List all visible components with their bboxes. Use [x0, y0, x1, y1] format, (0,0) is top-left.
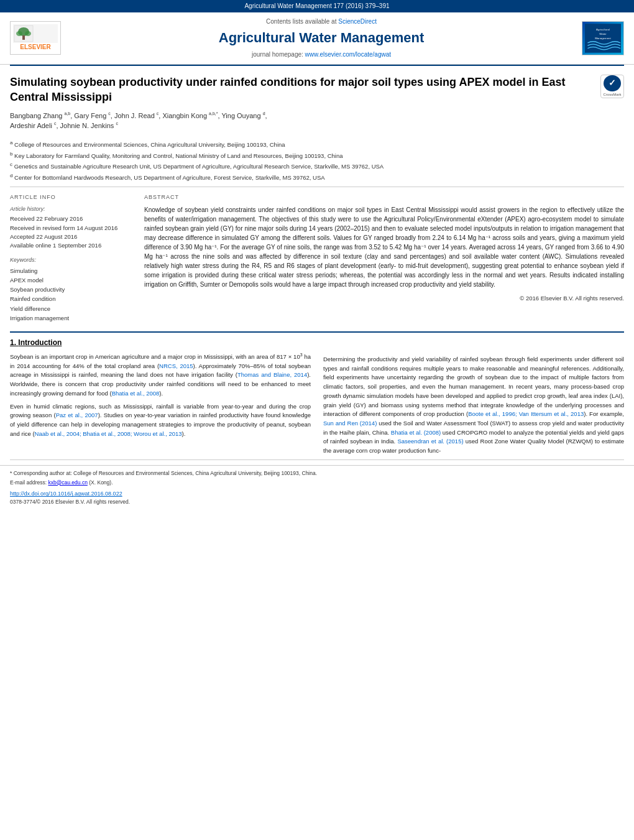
ref-bhatia2008[interactable]: Bhatia et al., 2008: [112, 390, 160, 397]
journal-header: ELSEVIER Contents lists available at Sci…: [0, 12, 634, 65]
body-paragraph-2: Even in humid climatic regions, such as …: [10, 402, 311, 439]
available-date: Available online 1 September 2016: [10, 241, 134, 250]
journal-homepage: journal homepage: www.elsevier.com/locat…: [61, 50, 582, 59]
ref-saseendran2015[interactable]: Saseendran et al. (2015): [397, 438, 463, 445]
body-right-column: Determining the productivity and yield v…: [323, 333, 624, 459]
revised-date: Received in revised form 14 August 2016: [10, 224, 134, 233]
section1-heading: 1. Introduction: [10, 338, 311, 348]
keyword-rainfed: Rainfed condition: [10, 294, 134, 303]
ref-paz2007[interactable]: Paz et al., 2007: [56, 412, 98, 418]
doi-link[interactable]: http://dx.doi.org/10.1016/j.agwat.2016.0…: [10, 491, 122, 497]
keywords-section: Keywords: Simulating APEX model Soybean …: [10, 256, 134, 323]
authors-line: Bangbang Zhang a,b, Gary Feng c, John J.…: [10, 111, 600, 131]
svg-text:Management: Management: [595, 37, 611, 40]
svg-point-4: [16, 31, 22, 36]
email-link[interactable]: kxb@cau.edu.cn: [48, 479, 87, 486]
ref-sun2014[interactable]: Sun and Ren (2014): [323, 420, 377, 427]
awm-logo: Agricultural Water Management: [582, 21, 624, 55]
svg-point-5: [25, 31, 31, 36]
affiliations-section: a College of Resources and Environmental…: [0, 139, 634, 187]
accepted-date: Accepted 22 August 2016: [10, 233, 134, 241]
paper-title: Simulating soybean productivity under ra…: [10, 75, 600, 105]
affiliation-d: d Center for Bottomland Hardwoods Resear…: [10, 172, 624, 182]
keyword-simulating: Simulating: [10, 266, 134, 275]
crossmark-label: CrossMark: [603, 92, 621, 97]
affiliation-b: b Key Laboratory for Farmland Quality, M…: [10, 150, 624, 160]
paper-title-block: Simulating soybean productivity under ra…: [10, 75, 600, 135]
crossmark-logo[interactable]: ✓ CrossMark: [600, 75, 624, 98]
journal-homepage-link[interactable]: www.elsevier.com/locate/agwat: [305, 51, 391, 58]
journal-citation: Agricultural Water Management 177 (2016)…: [244, 2, 389, 9]
svg-rect-3: [22, 35, 25, 40]
awm-logo-img: Agricultural Water Management: [585, 22, 621, 55]
article-info-column: ARTICLE INFO Article history: Received 2…: [10, 193, 134, 323]
body-left-column: 1. Introduction Soybean is an important …: [10, 333, 311, 459]
article-info-label: ARTICLE INFO: [10, 193, 134, 201]
body-paragraph-3: Determining the productivity and yield v…: [323, 355, 624, 456]
crossmark-icon: ✓: [604, 75, 621, 92]
corresponding-author-note: * Corresponding author at: College of Re…: [10, 469, 624, 478]
abstract-text: Knowledge of soybean yield constraints u…: [144, 205, 624, 289]
article-info-abstract: ARTICLE INFO Article history: Received 2…: [0, 187, 634, 329]
ref-boote1996[interactable]: Boote et al., 1996; Van Ittersum et al.,…: [468, 410, 584, 417]
keyword-irrigation: Irrigation management: [10, 313, 134, 323]
elsevier-wordmark: ELSEVIER: [20, 43, 50, 52]
journal-center-info: Contents lists available at ScienceDirec…: [61, 17, 582, 59]
received-date: Received 22 February 2016: [10, 215, 134, 223]
email-note: E-mail address: kxb@cau.edu.cn (X. Kong)…: [10, 479, 624, 487]
article-history-section: Article history: Received 22 February 20…: [10, 205, 134, 251]
svg-text:Water: Water: [599, 32, 607, 35]
svg-text:Agricultural: Agricultural: [596, 28, 610, 31]
footer-section: * Corresponding author at: College of Re…: [0, 465, 634, 509]
keywords-title: Keywords:: [10, 256, 134, 264]
journal-title: Agricultural Water Management: [61, 29, 582, 48]
contents-available-line: Contents lists available at ScienceDirec…: [61, 17, 582, 26]
copyright-line: © 2016 Elsevier B.V. All rights reserved…: [144, 294, 624, 302]
ref-nrcs2015[interactable]: NRCS, 2015: [159, 362, 193, 369]
abstract-label: ABSTRACT: [144, 193, 624, 201]
elsevier-logo-img: [13, 24, 58, 43]
affiliation-a: a College of Resources and Environmental…: [10, 139, 624, 149]
journal-top-bar: Agricultural Water Management 177 (2016)…: [0, 0, 634, 12]
sciencedirect-link[interactable]: ScienceDirect: [338, 18, 377, 25]
body-section: 1. Introduction Soybean is an important …: [0, 333, 634, 459]
paper-header: Simulating soybean productivity under ra…: [0, 66, 634, 140]
keyword-yield: Yield difference: [10, 304, 134, 313]
ref-naab2004[interactable]: Naab et al., 2004; Bhatia et al., 2008; …: [35, 430, 182, 437]
keyword-soybean: Soybean productivity: [10, 285, 134, 294]
body-paragraph-1: Soybean is an important crop in American…: [10, 352, 311, 399]
affiliation-c: c Genetics and Sustainable Agriculture R…: [10, 161, 624, 171]
keyword-apex: APEX model: [10, 275, 134, 285]
ref-bhatia2008b[interactable]: Bhatia et al. (2008): [391, 429, 441, 436]
issn-text: 0378-3774/© 2016 Elsevier B.V. All right…: [10, 499, 624, 506]
ref-thomas2014[interactable]: Thomas and Blaine, 2014: [237, 371, 307, 378]
article-history-title: Article history:: [10, 205, 134, 213]
elsevier-logo: ELSEVIER: [10, 21, 61, 55]
abstract-column: ABSTRACT Knowledge of soybean yield cons…: [144, 193, 624, 323]
